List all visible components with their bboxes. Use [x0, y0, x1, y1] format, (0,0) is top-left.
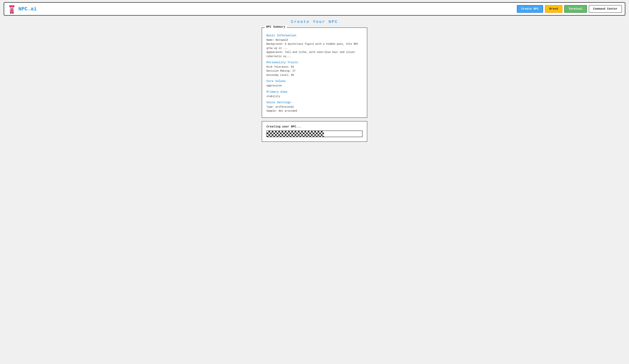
breed-button[interactable]: Breed — [545, 5, 562, 13]
voice-type-value: professional — [276, 105, 294, 108]
svg-rect-2 — [10, 11, 14, 12]
terminal-button[interactable]: Terminal — [564, 5, 587, 13]
risk-label: Risk Tolerance: — [267, 66, 289, 68]
personality-traits-heading: Personality Traits — [267, 61, 362, 64]
basic-information-heading: Basic Information — [267, 34, 362, 37]
svg-rect-11 — [12, 12, 14, 14]
voice-type-label: Type: — [267, 105, 274, 108]
appearance-label: Appearance: — [267, 51, 283, 54]
risk-value: 83 — [291, 66, 294, 68]
name-value: Botswald — [276, 39, 288, 41]
voice-settings-heading: Voice Settings — [267, 101, 362, 104]
progress-bar-fill — [267, 131, 324, 137]
nav-buttons: Create NPC Breed Terminal Command Center — [517, 5, 622, 13]
primary-aims-content: stability — [267, 94, 362, 98]
name-label: Name: — [267, 39, 274, 41]
svg-rect-7 — [10, 7, 11, 8]
core-values-content: aggressive — [267, 84, 362, 88]
logo-area: NPC.ai — [7, 4, 514, 14]
npc-summary-box: NPC Summary Basic Information Name: Bots… — [262, 27, 367, 118]
autonomy-label: Autonomy Level: — [267, 74, 289, 77]
svg-rect-10 — [10, 12, 11, 14]
svg-rect-1 — [10, 10, 14, 11]
command-center-button[interactable]: Command Center — [589, 5, 622, 13]
autonomy-value: 86 — [291, 74, 294, 77]
svg-rect-4 — [9, 5, 14, 7]
svg-rect-9 — [11, 8, 13, 9]
progress-bar-container — [267, 131, 362, 137]
page-title: Create Your NPC — [291, 20, 338, 24]
decision-label: Decision Making: — [267, 70, 291, 72]
logo-avatar — [7, 4, 16, 14]
voice-settings-content: Type: professional Sample: Not provided — [267, 105, 362, 113]
svg-rect-8 — [12, 7, 13, 8]
logo-text: NPC.ai — [18, 6, 37, 12]
svg-rect-5 — [9, 6, 10, 7]
voice-sample-label: Sample: — [267, 109, 277, 112]
header: NPC.ai Create NPC Breed Terminal Command… — [4, 2, 625, 16]
create-npc-button[interactable]: Create NPC — [517, 5, 543, 13]
progress-label: Creating your NPC... — [267, 125, 362, 128]
progress-box: Creating your NPC... — [262, 121, 367, 142]
svg-rect-0 — [10, 9, 14, 12]
personality-traits-content: Risk Tolerance: 83 Decision Making: 27 A… — [267, 65, 362, 77]
svg-rect-6 — [14, 6, 14, 7]
voice-sample-value: Not provided — [279, 109, 297, 112]
main-content: Create Your NPC NPC Summary Basic Inform… — [0, 18, 629, 149]
core-values-heading: Core Values — [267, 80, 362, 83]
summary-box-label: NPC Summary — [265, 25, 287, 28]
basic-information-content: Name: Botswald Background: A mysterious … — [267, 38, 362, 58]
decision-value: 27 — [293, 70, 296, 72]
background-label: Background: — [267, 43, 283, 45]
primary-aims-heading: Primary Aims — [267, 90, 362, 94]
